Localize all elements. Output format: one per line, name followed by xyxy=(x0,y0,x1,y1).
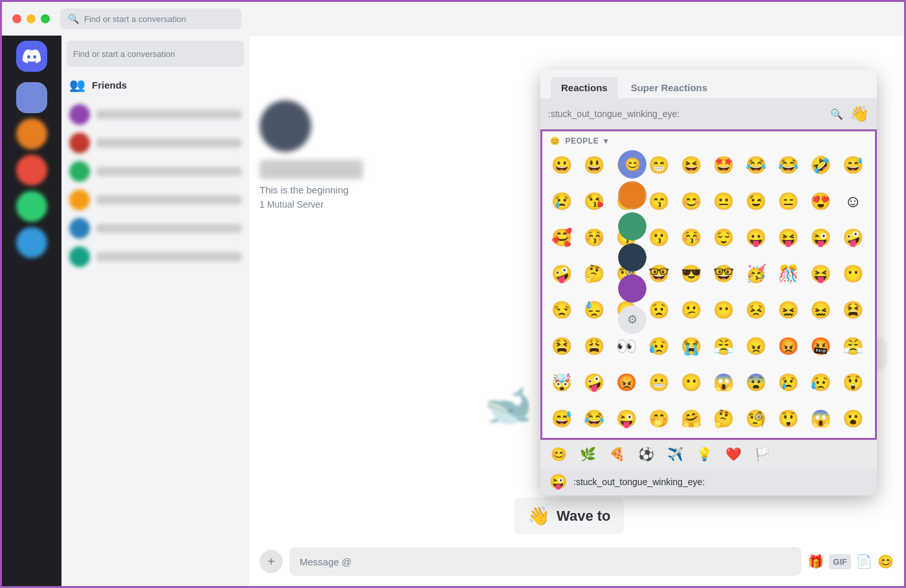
emoji-grinning[interactable]: 😀 xyxy=(547,151,576,179)
emoji-thinking[interactable]: 🤔 xyxy=(580,259,608,288)
emoji-cursing[interactable]: 🤬 xyxy=(806,332,835,360)
emoji-monocle2[interactable]: 🧐 xyxy=(742,404,770,433)
reaction-search-input[interactable] xyxy=(548,109,824,119)
emoji-fearful[interactable]: 😨 xyxy=(742,368,770,397)
friends-nav-item[interactable]: 👥 Friends xyxy=(61,72,249,98)
emoji-tired[interactable]: 😫 xyxy=(839,296,867,324)
emoji-persevering[interactable]: 😣 xyxy=(742,296,770,324)
gif-icon[interactable]: GIF xyxy=(829,554,851,569)
emoji-open-mouth[interactable]: 😮 xyxy=(839,404,867,433)
objects-nav-icon[interactable]: 💡 xyxy=(694,444,715,464)
add-server-list-icon[interactable]: ⚙ xyxy=(618,305,646,334)
emoji-wink[interactable]: 😉 xyxy=(742,187,770,215)
server-list-icon-3[interactable] xyxy=(618,212,646,241)
server-list-icon-1[interactable]: 😊 xyxy=(618,150,646,179)
emoji-no-mouth[interactable]: 😶 xyxy=(839,259,867,288)
server-icon-1[interactable] xyxy=(16,82,47,113)
emoji-scream2[interactable]: 😱 xyxy=(806,404,835,433)
emoji-winking-tongue2[interactable]: 😜 xyxy=(612,404,641,433)
top-search-bar[interactable]: 🔍 Find or start a conversation xyxy=(60,8,241,29)
symbols-nav-icon[interactable]: ❤️ xyxy=(723,444,744,464)
emoji-hugging[interactable]: 🤗 xyxy=(677,404,705,433)
server-icon-4[interactable] xyxy=(16,191,47,222)
emoji-kiss4[interactable]: 😗 xyxy=(645,223,673,252)
emoji-star-struck[interactable]: 🤩 xyxy=(709,151,738,179)
emoji-smiley[interactable]: 😃 xyxy=(580,151,608,179)
close-button[interactable] xyxy=(12,14,21,23)
emoji-sweat-smile2[interactable]: 😅 xyxy=(547,404,576,433)
emoji-eyes[interactable]: 👀 xyxy=(612,332,641,360)
emoji-tongue[interactable]: 😛 xyxy=(742,223,770,252)
emoji-blush[interactable]: 😊 xyxy=(677,187,705,215)
emoji-confounded[interactable]: 😖 xyxy=(774,296,802,324)
dm-item-6[interactable] xyxy=(61,243,249,271)
dm-search-bar[interactable]: Find or start a conversation xyxy=(67,41,244,67)
emoji-sad[interactable]: 😥 xyxy=(645,332,673,360)
server-icon-3[interactable] xyxy=(16,155,47,186)
emoji-loudly-crying[interactable]: 😂 xyxy=(774,151,802,179)
emoji-joy2[interactable]: 😂 xyxy=(580,404,608,433)
emoji-astonished2[interactable]: 😲 xyxy=(774,404,802,433)
flags-nav-icon[interactable]: 🏳️ xyxy=(752,444,773,464)
people-nav-icon[interactable]: 😊 xyxy=(548,444,569,464)
emoji-scream[interactable]: 😱 xyxy=(709,368,738,397)
dm-item-5[interactable] xyxy=(61,214,249,243)
wave-button[interactable]: 👋 Wave to xyxy=(514,497,624,534)
emoji-laughing[interactable]: 😆 xyxy=(677,151,705,179)
food-nav-icon[interactable]: 🍕 xyxy=(606,444,628,464)
server-list-icon-4[interactable] xyxy=(618,243,646,272)
nature-nav-icon[interactable]: 🌿 xyxy=(577,444,599,464)
emoji-angry2[interactable]: 😡 xyxy=(612,368,641,397)
dm-item-4[interactable] xyxy=(61,186,249,214)
sticker-icon[interactable]: 📄 xyxy=(856,554,872,569)
message-input[interactable]: Message @ xyxy=(289,547,801,576)
emoji-sweat[interactable]: 😓 xyxy=(580,296,608,324)
server-list-icon-2[interactable] xyxy=(618,181,646,210)
emoji-sweat-smile[interactable]: 😅 xyxy=(839,151,867,179)
emoji-unamused[interactable]: 😒 xyxy=(547,296,576,324)
emoji-zany2[interactable]: 🤪 xyxy=(547,259,576,288)
emoji-weary[interactable]: 😩 xyxy=(580,332,608,360)
emoji-grin[interactable]: 😁 xyxy=(645,151,673,179)
emoji-icon[interactable]: 😊 xyxy=(878,554,894,569)
travel-nav-icon[interactable]: ✈️ xyxy=(665,444,686,464)
emoji-no-mouth3[interactable]: 😶 xyxy=(677,368,705,397)
emoji-zany[interactable]: 🤪 xyxy=(839,223,867,252)
dm-item-2[interactable] xyxy=(61,129,249,157)
activity-nav-icon[interactable]: ⚽ xyxy=(635,444,657,464)
emoji-kiss2[interactable]: 😚 xyxy=(580,223,608,252)
emoji-thinking2[interactable]: 🤔 xyxy=(709,404,738,433)
dm-item-3[interactable] xyxy=(61,157,249,186)
emoji-sob[interactable]: 😭 xyxy=(677,332,705,360)
emoji-hushed[interactable]: 😥 xyxy=(806,368,835,397)
emoji-sunglasses[interactable]: 😎 xyxy=(677,259,705,288)
emoji-smiling-face[interactable]: ☺️ xyxy=(839,187,867,215)
emoji-hand-over-mouth[interactable]: 🤭 xyxy=(645,404,673,433)
emoji-zany3[interactable]: 🤪 xyxy=(580,368,608,397)
emoji-confetti[interactable]: 🎊 xyxy=(774,259,802,288)
emoji-heart-eyes[interactable]: 😍 xyxy=(806,187,835,215)
emoji-winking-tongue[interactable]: 😜 xyxy=(806,223,835,252)
attachment-button[interactable]: + xyxy=(260,550,283,573)
emoji-extra[interactable]: 😤 xyxy=(839,332,867,360)
emoji-neutral[interactable]: 😐 xyxy=(709,187,738,215)
emoji-cry[interactable]: 😢 xyxy=(547,187,576,215)
emoji-tongue2[interactable]: 😝 xyxy=(806,259,835,288)
discord-logo[interactable] xyxy=(16,41,47,72)
super-reactions-tab[interactable]: Super Reactions xyxy=(621,77,718,98)
reactions-tab[interactable]: Reactions xyxy=(551,77,618,98)
emoji-nerd2[interactable]: 🤓 xyxy=(709,259,738,288)
server-icon-2[interactable] xyxy=(16,118,47,149)
emoji-tired2[interactable]: 😫 xyxy=(547,332,576,360)
emoji-no-mouth2[interactable]: 😶 xyxy=(709,296,738,324)
emoji-expressionless[interactable]: 😑 xyxy=(774,187,802,215)
server-icon-5[interactable] xyxy=(16,227,47,258)
emoji-kiss-heart[interactable]: 😘 xyxy=(580,187,608,215)
dm-item-1[interactable] xyxy=(61,100,249,129)
emoji-smiling-hearts[interactable]: 🥰 xyxy=(547,223,576,252)
emoji-steam[interactable]: 😤 xyxy=(709,332,738,360)
emoji-kissing-smiling[interactable]: 😙 xyxy=(645,187,673,215)
emoji-grimacing[interactable]: 😬 xyxy=(645,368,673,397)
emoji-angry[interactable]: 😠 xyxy=(742,332,770,360)
emoji-astonished[interactable]: 😲 xyxy=(839,368,867,397)
